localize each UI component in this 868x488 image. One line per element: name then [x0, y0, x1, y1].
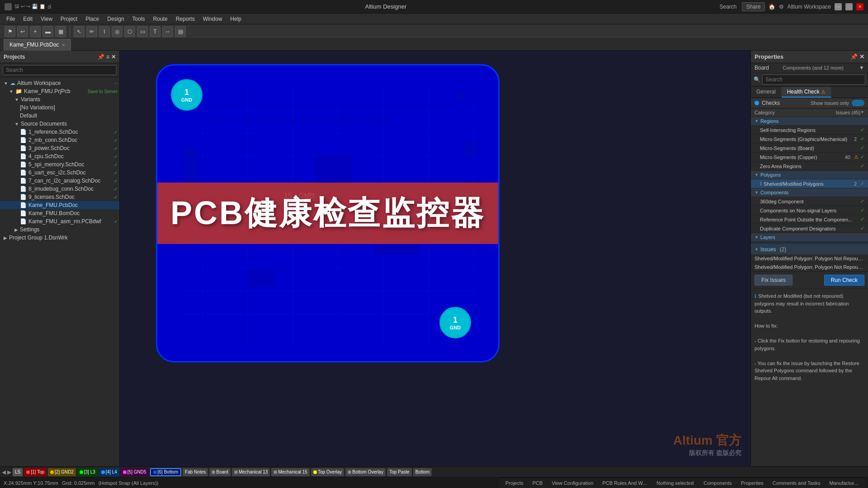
- bottom-tab-pcb[interactable]: PCB: [530, 479, 546, 487]
- maximize-btn[interactable]: □: [845, 3, 853, 10]
- layer-top-paste[interactable]: Top Paste: [387, 468, 411, 476]
- panel-close-btn[interactable]: ✕: [111, 54, 116, 60]
- tree-file-1[interactable]: 📄 1_reference.SchDoc ✓: [0, 128, 119, 136]
- tree-variants[interactable]: ▼ Variants: [0, 95, 119, 103]
- tree-file-2[interactable]: 📄 2_mb_conn.SchDoc ✓: [0, 136, 119, 144]
- run-check-btn[interactable]: Run Check: [824, 275, 864, 286]
- panel-menu-btn[interactable]: ≡: [106, 54, 109, 60]
- tree-file-pcb[interactable]: 📄 Kame_FMU.PcbDoc: [0, 201, 119, 209]
- save-to-server-btn[interactable]: Save to Server: [88, 89, 118, 94]
- layer-nav-right[interactable]: ▶: [7, 469, 11, 475]
- pencil-btn[interactable]: ✏: [86, 26, 97, 37]
- checks-scroll[interactable]: ▼ Regions Self-Intersecting Regions ✓ Mi…: [751, 117, 868, 244]
- layer-mech13[interactable]: Mechanical 13: [232, 468, 270, 476]
- panel-pin-btn[interactable]: 📌: [98, 54, 104, 60]
- tree-file-7[interactable]: 📄 7_can_rc_i2c_analog.SchDoc ✓: [0, 177, 119, 185]
- poly-btn[interactable]: ⬡: [124, 26, 135, 37]
- layer-board[interactable]: Board: [209, 468, 231, 476]
- layer-nav-left[interactable]: ◀: [2, 469, 6, 475]
- minimize-btn[interactable]: —: [835, 3, 842, 10]
- check-dup-designators[interactable]: Duplicate Component Designators ✓: [751, 224, 868, 233]
- filter-btn[interactable]: ⚑: [5, 26, 15, 37]
- tree-file-8[interactable]: 📄 8_imudebug_conn.SchDoc ✓: [0, 185, 119, 193]
- menu-reports[interactable]: Reports: [172, 15, 198, 23]
- layer-mech15[interactable]: Mechanical 15: [271, 468, 309, 476]
- category-components[interactable]: ▼ Components: [751, 188, 868, 197]
- meas-btn[interactable]: ▤: [175, 26, 186, 37]
- place-btn[interactable]: ◎: [112, 26, 123, 37]
- settings-icon[interactable]: ⚙: [779, 4, 784, 10]
- menu-window[interactable]: Window: [199, 15, 226, 23]
- menu-help[interactable]: Help: [226, 15, 245, 23]
- tab-close-icon[interactable]: ✕: [61, 42, 65, 47]
- pcb-board[interactable]: 1 GND 1 GND 15 : GND PCB健康检查监控器: [156, 64, 500, 362]
- layer-l4[interactable]: [4] L4: [99, 468, 119, 476]
- menu-project[interactable]: Project: [57, 15, 81, 23]
- tree-settings[interactable]: ▶ Settings: [0, 225, 119, 234]
- filter-icon[interactable]: ▼: [859, 65, 864, 71]
- category-regions[interactable]: ▼ Regions: [751, 117, 868, 126]
- right-search-input[interactable]: [762, 75, 865, 84]
- tab-health-check[interactable]: Health Check ⚠: [782, 87, 831, 98]
- tree-source-documents[interactable]: ▼ Source Documents: [0, 120, 119, 128]
- category-polygons[interactable]: ▼ Polygons: [751, 171, 868, 179]
- fix-issues-btn[interactable]: Fix Issues: [755, 275, 793, 286]
- check-micro-graphics[interactable]: Micro-Segments (Graphics/Mechanical) 2 ✓: [751, 135, 868, 144]
- menu-place[interactable]: Place: [82, 15, 103, 23]
- bottom-tab-projects[interactable]: Projects: [503, 479, 526, 487]
- check-self-intersecting[interactable]: Self-Intersecting Regions ✓: [751, 126, 868, 135]
- tab-pcbdoc[interactable]: Kame_FMU.PcbDoc ✕: [4, 39, 71, 51]
- tree-workspace[interactable]: ▼ ☁ Altium Workspace ···: [0, 79, 119, 87]
- bottom-tab-manufactur[interactable]: Manufactur...: [826, 479, 861, 487]
- menu-route[interactable]: Route: [150, 15, 171, 23]
- check-micro-copper[interactable]: Micro-Segments (Copper) 40 ⚠ ✓: [751, 153, 868, 162]
- tree-project[interactable]: ▼ 📁 Kame_FMU.PrjPcb Save to Server: [0, 87, 119, 95]
- layer-gnd2[interactable]: [2] GND2: [48, 468, 76, 476]
- canvas-area[interactable]: 1 GND 1 GND 15 : GND PCB健康检查监控器 Altium 官…: [120, 51, 750, 466]
- rect-btn[interactable]: ▭: [137, 26, 148, 37]
- wire-btn[interactable]: ⌇: [99, 26, 110, 37]
- tree-no-variations[interactable]: [No Variations]: [0, 103, 119, 112]
- tree-file-6[interactable]: 📄 6_uart_esc_i2c.SchDoc ✓: [0, 169, 119, 177]
- issue-item-2[interactable]: Shelved/Modified Polygon: Polygon Not Re…: [751, 263, 868, 272]
- pcb-canvas[interactable]: 1 GND 1 GND 15 : GND PCB健康检查监控器 Altium 官…: [120, 51, 750, 466]
- cursor-btn[interactable]: ↖: [74, 26, 85, 37]
- bottom-tab-comments[interactable]: Comments and Tasks: [770, 479, 823, 487]
- components-filter-label[interactable]: Components (and 12 more): [783, 65, 844, 70]
- tree-file-3[interactable]: 📄 3_power.SchDoc ✓: [0, 144, 119, 152]
- menu-view[interactable]: View: [37, 15, 56, 23]
- layer-top-overlay[interactable]: Top Overlay: [311, 468, 344, 476]
- tree-file-4[interactable]: 📄 4_cpu.SchDoc ✓: [0, 152, 119, 160]
- tree-file-bom[interactable]: 📄 Kame_FMU.BomDoc: [0, 209, 119, 217]
- check-zero-area[interactable]: Zero Area Regions ✓: [751, 162, 868, 171]
- tab-general[interactable]: General: [751, 87, 782, 98]
- layer-gnd5[interactable]: [5] GND5: [121, 468, 149, 476]
- close-btn[interactable]: ✕: [856, 3, 863, 10]
- layer-ls[interactable]: LS: [13, 468, 23, 476]
- home-icon[interactable]: 🏠: [769, 4, 775, 10]
- share-btn[interactable]: Share: [742, 2, 764, 11]
- layer-fabnotes[interactable]: Fab Notes: [183, 468, 208, 476]
- layer-bottom[interactable]: [6] Bottom: [150, 468, 182, 476]
- workspace-label[interactable]: Altium Workspace: [788, 4, 831, 10]
- dim-btn[interactable]: ↔: [162, 26, 173, 37]
- layer-bottom2[interactable]: Bottom: [413, 468, 432, 476]
- right-panel-pin[interactable]: 📌: [850, 53, 858, 60]
- menu-tools[interactable]: Tools: [129, 15, 149, 23]
- menu-file[interactable]: File: [3, 15, 19, 23]
- chart-btn[interactable]: ▦: [55, 26, 66, 37]
- workspace-menu[interactable]: ···: [114, 81, 118, 86]
- right-panel-close[interactable]: ✕: [859, 53, 864, 60]
- issue-item-1[interactable]: Shelved/Modified Polygon: Polygon Not Re…: [751, 254, 868, 263]
- bottom-tab-rules[interactable]: PCB Rules And W...: [600, 479, 650, 487]
- check-shelved-polygons[interactable]: ℹ Shelved/Modified Polygons 2 ✓: [751, 179, 868, 188]
- search-input[interactable]: [3, 65, 117, 75]
- tree-file-9[interactable]: 📄 9_licenses.SchDoc ✓: [0, 193, 119, 201]
- layer-bot-overlay[interactable]: Bottom Overlay: [345, 468, 386, 476]
- tree-default[interactable]: Default: [0, 112, 119, 120]
- bottom-tab-components[interactable]: Components: [701, 479, 734, 487]
- bottom-tab-view-config[interactable]: View Configuration: [549, 479, 596, 487]
- check-micro-board[interactable]: Micro-Segments (Board) ✓: [751, 144, 868, 153]
- comp-btn[interactable]: ▬: [42, 26, 53, 37]
- show-issues-toggle[interactable]: [852, 100, 864, 106]
